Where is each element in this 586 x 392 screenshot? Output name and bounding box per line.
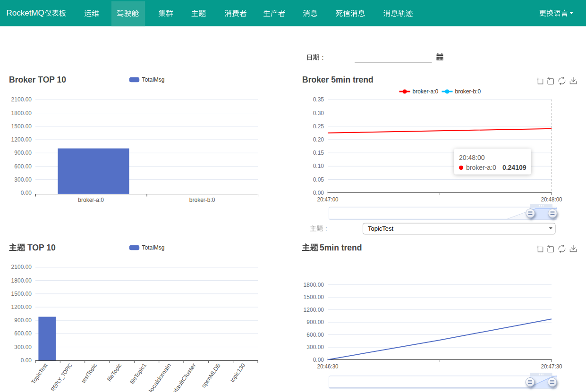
svg-text:broker-a:0: broker-a:0 <box>78 197 104 203</box>
svg-text:TotalMsg: TotalMsg <box>142 76 165 83</box>
svg-text:TopicTest: TopicTest <box>368 225 394 232</box>
svg-text:900.00: 900.00 <box>306 319 324 325</box>
svg-text:1500.00: 1500.00 <box>11 291 32 297</box>
svg-text:openMLDB: openMLDB <box>200 362 222 389</box>
svg-text:20:48:00: 20:48:00 <box>541 196 562 203</box>
svg-text:TOP 10: TOP 10 <box>27 243 56 252</box>
svg-text:600.00: 600.00 <box>306 332 324 338</box>
svg-text:20:47:00: 20:47:00 <box>317 196 339 203</box>
svg-text:topic130: topic130 <box>229 362 247 383</box>
svg-text:900.00: 900.00 <box>14 150 32 156</box>
svg-text:0.35: 0.35 <box>313 96 324 103</box>
svg-text:testTopic: testTopic <box>80 362 98 384</box>
svg-text:broker-a:0: broker-a:0 <box>413 88 439 95</box>
svg-text:300.00: 300.00 <box>306 344 324 350</box>
svg-text:TotalMsg: TotalMsg <box>142 244 165 251</box>
svg-text:fileTopic: fileTopic <box>106 362 123 383</box>
svg-text:0.20: 0.20 <box>313 136 324 143</box>
svg-text:0.00: 0.00 <box>313 357 324 363</box>
svg-text:1800.00: 1800.00 <box>11 277 32 284</box>
svg-text:broker-b:0: broker-b:0 <box>189 197 215 203</box>
svg-text:20:46:30: 20:46:30 <box>317 363 339 370</box>
svg-text:900.00: 900.00 <box>14 317 32 324</box>
svg-text:1500.00: 1500.00 <box>304 294 324 300</box>
svg-text::: : <box>322 54 324 61</box>
svg-text:broker-b:0: broker-b:0 <box>455 88 481 95</box>
svg-text:fileTopic1: fileTopic1 <box>129 362 148 385</box>
svg-text:20:47:30: 20:47:30 <box>541 363 562 370</box>
svg-text:TopicTest: TopicTest <box>30 362 49 385</box>
svg-text:1200.00: 1200.00 <box>304 307 324 313</box>
svg-text:Broker TOP 10: Broker TOP 10 <box>9 75 66 84</box>
svg-text:0.15: 0.15 <box>313 150 324 156</box>
svg-text:RocketMQ: RocketMQ <box>7 8 44 17</box>
svg-text:DefaultCluster: DefaultCluster <box>169 362 197 392</box>
svg-text:20:48:00: 20:48:00 <box>459 154 485 161</box>
svg-text:0.10: 0.10 <box>313 163 324 169</box>
svg-text:0.05: 0.05 <box>313 176 324 183</box>
svg-text:1500.00: 1500.00 <box>11 123 32 130</box>
svg-text:5min trend: 5min trend <box>320 243 362 252</box>
svg-text:1200.00: 1200.00 <box>11 304 32 310</box>
svg-text:1800.00: 1800.00 <box>304 282 324 288</box>
svg-text:300.00: 300.00 <box>14 344 32 350</box>
svg-text:Broker 5min trend: Broker 5min trend <box>302 75 374 84</box>
svg-text:0.00: 0.00 <box>313 190 324 196</box>
svg-text::: : <box>325 225 327 233</box>
svg-text:0.25: 0.25 <box>313 123 324 130</box>
svg-text:1800.00: 1800.00 <box>11 110 32 117</box>
svg-text:2100.00: 2100.00 <box>11 264 32 270</box>
svg-text:600.00: 600.00 <box>14 163 32 170</box>
svg-text:0.00: 0.00 <box>21 190 32 196</box>
svg-text:1200.00: 1200.00 <box>11 136 32 143</box>
svg-text:broker-a:0: broker-a:0 <box>466 164 496 171</box>
svg-text:300.00: 300.00 <box>14 176 32 183</box>
svg-text:0.30: 0.30 <box>313 110 324 117</box>
svg-text:0.24109: 0.24109 <box>502 164 527 171</box>
svg-text:600.00: 600.00 <box>14 330 32 337</box>
svg-text:2100.00: 2100.00 <box>11 96 32 103</box>
svg-text:0.00: 0.00 <box>21 357 32 364</box>
